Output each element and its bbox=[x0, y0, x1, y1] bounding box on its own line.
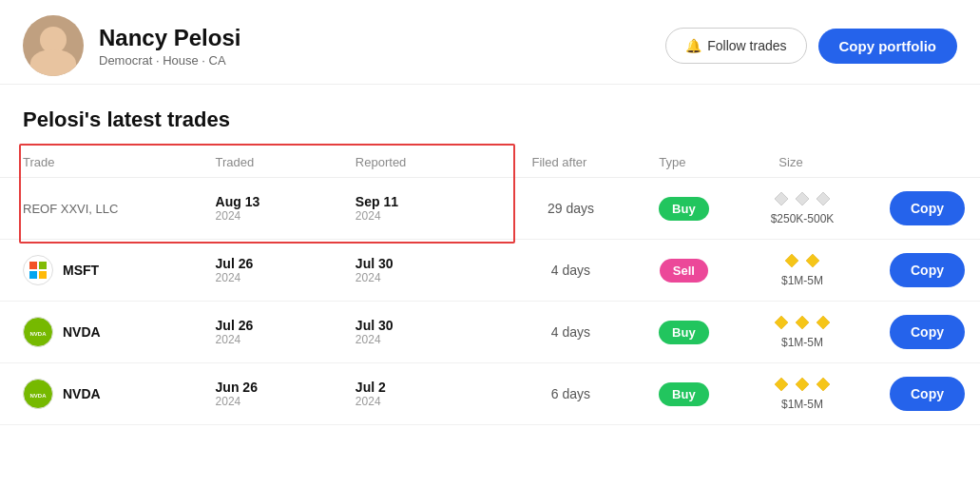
reported-date: Sep 11 bbox=[355, 194, 507, 209]
reported-cell: Sep 112024 bbox=[355, 178, 507, 240]
diamond-icon bbox=[774, 377, 789, 392]
trade-cell: MSFT bbox=[0, 240, 216, 302]
person-subtitle: Democrat · House · CA bbox=[99, 53, 240, 68]
header-actions: 🔔 Follow trades Copy portfolio bbox=[665, 28, 957, 64]
col-header-trade: Trade bbox=[0, 147, 216, 178]
reported-year: 2024 bbox=[355, 271, 507, 284]
header-row: Trade Traded Reported Filed after Type S… bbox=[0, 147, 980, 178]
diamonds-icon bbox=[732, 191, 872, 210]
msft-logo-icon bbox=[29, 262, 47, 279]
person-info-section: Nancy Pelosi Democrat · House · CA bbox=[23, 15, 240, 76]
svg-rect-6 bbox=[39, 271, 47, 279]
svg-marker-8 bbox=[806, 254, 819, 267]
size-label: $250K-500K bbox=[732, 212, 872, 225]
table-row: MSFTJul 262024Jul 3020244 daysSell $1M-5… bbox=[0, 240, 980, 302]
reported-cell: Jul 22024 bbox=[355, 363, 507, 425]
ticker-label: NVDA bbox=[63, 386, 101, 401]
diamond-icon bbox=[774, 315, 789, 330]
filed-after-cell: 6 days bbox=[506, 363, 635, 425]
traded-date: Jul 26 bbox=[216, 256, 355, 271]
col-header-reported: Reported bbox=[355, 147, 507, 178]
reported-date: Jul 30 bbox=[355, 256, 507, 271]
size-cell: $250K-500K bbox=[732, 178, 872, 240]
ticker-row: MSFT bbox=[23, 255, 216, 285]
size-label: $1M-5M bbox=[732, 398, 872, 411]
type-cell: Buy bbox=[635, 302, 732, 363]
nvda-logo-icon: NVDA bbox=[29, 384, 48, 403]
table-row: NVDA NVDAJun 262024Jul 220246 daysBuy $1… bbox=[0, 363, 980, 425]
section-title: Pelosi's latest trades bbox=[0, 85, 980, 147]
diamond-icon bbox=[795, 191, 810, 206]
reported-year: 2024 bbox=[355, 395, 507, 408]
svg-marker-11 bbox=[775, 316, 788, 329]
traded-cell: Jul 262024 bbox=[216, 302, 355, 363]
svg-marker-2 bbox=[817, 192, 830, 205]
reported-cell: Jul 302024 bbox=[355, 240, 507, 302]
diamond-icon bbox=[795, 315, 810, 330]
copy-button[interactable]: Copy bbox=[890, 191, 965, 225]
size-cell: $1M-5M bbox=[732, 302, 872, 363]
type-badge: Buy bbox=[659, 197, 709, 221]
svg-marker-1 bbox=[796, 192, 809, 205]
diamond-icon bbox=[816, 315, 831, 330]
type-badge: Sell bbox=[660, 259, 708, 283]
traded-date: Aug 13 bbox=[216, 194, 355, 209]
action-cell: Copy bbox=[873, 240, 980, 302]
size-label: $1M-5M bbox=[732, 274, 872, 287]
col-header-traded: Traded bbox=[216, 147, 355, 178]
type-badge: Buy bbox=[659, 321, 709, 344]
traded-date: Jul 26 bbox=[216, 318, 355, 333]
diamond-icon bbox=[816, 191, 831, 206]
svg-marker-0 bbox=[775, 192, 788, 205]
diamond-icon bbox=[774, 191, 789, 206]
ticker-row: NVDA NVDA bbox=[23, 379, 216, 409]
traded-year: 2024 bbox=[216, 271, 355, 284]
svg-rect-3 bbox=[29, 262, 37, 269]
copy-button[interactable]: Copy bbox=[890, 315, 965, 349]
filed-after-cell: 29 days bbox=[506, 178, 635, 240]
trade-name: REOF XXVI, LLC bbox=[23, 202, 216, 216]
size-cell: $1M-5M bbox=[732, 240, 872, 302]
person-details: Nancy Pelosi Democrat · House · CA bbox=[99, 25, 240, 68]
type-cell: Buy bbox=[635, 178, 732, 240]
action-cell: Copy bbox=[873, 178, 980, 240]
type-badge: Buy bbox=[659, 382, 709, 406]
svg-text:NVDA: NVDA bbox=[29, 393, 47, 399]
traded-cell: Aug 132024 bbox=[216, 178, 355, 240]
col-header-type: Type bbox=[635, 147, 732, 178]
filed-after-cell: 4 days bbox=[506, 302, 635, 363]
svg-marker-16 bbox=[775, 378, 788, 391]
ticker-logo: NVDA bbox=[23, 317, 53, 347]
svg-rect-4 bbox=[39, 262, 47, 269]
diamonds-icon bbox=[732, 253, 872, 272]
follow-trades-label: Follow trades bbox=[707, 38, 786, 53]
ticker-row: NVDA NVDA bbox=[23, 317, 216, 347]
filed-after-cell: 4 days bbox=[506, 240, 635, 302]
nvda-logo-icon: NVDA bbox=[29, 322, 48, 342]
type-cell: Buy bbox=[635, 363, 732, 425]
copy-portfolio-button[interactable]: Copy portfolio bbox=[818, 29, 957, 64]
trade-cell: NVDA NVDA bbox=[0, 302, 216, 363]
ticker-label: NVDA bbox=[63, 324, 101, 340]
diamonds-icon bbox=[732, 315, 872, 334]
action-cell: Copy bbox=[873, 363, 980, 425]
svg-marker-7 bbox=[785, 254, 798, 267]
trades-table: Trade Traded Reported Filed after Type S… bbox=[0, 147, 980, 425]
type-cell: Sell bbox=[635, 240, 732, 302]
ticker-logo: NVDA bbox=[23, 379, 53, 409]
reported-date: Jul 30 bbox=[355, 318, 507, 333]
copy-button[interactable]: Copy bbox=[890, 253, 965, 287]
reported-year: 2024 bbox=[355, 333, 507, 346]
follow-trades-button[interactable]: 🔔 Follow trades bbox=[665, 28, 806, 64]
reported-date: Jul 2 bbox=[355, 380, 507, 395]
copy-button[interactable]: Copy bbox=[890, 377, 965, 411]
ticker-logo bbox=[23, 255, 53, 285]
avatar bbox=[23, 15, 84, 76]
trade-cell: REOF XXVI, LLC bbox=[0, 178, 216, 240]
page-header: Nancy Pelosi Democrat · House · CA 🔔 Fol… bbox=[0, 0, 980, 85]
col-header-action bbox=[873, 147, 980, 178]
traded-year: 2024 bbox=[216, 209, 355, 223]
table-body: REOF XXVI, LLCAug 132024Sep 11202429 day… bbox=[0, 178, 980, 425]
size-label: $1M-5M bbox=[732, 336, 872, 349]
size-cell: $1M-5M bbox=[732, 363, 872, 425]
